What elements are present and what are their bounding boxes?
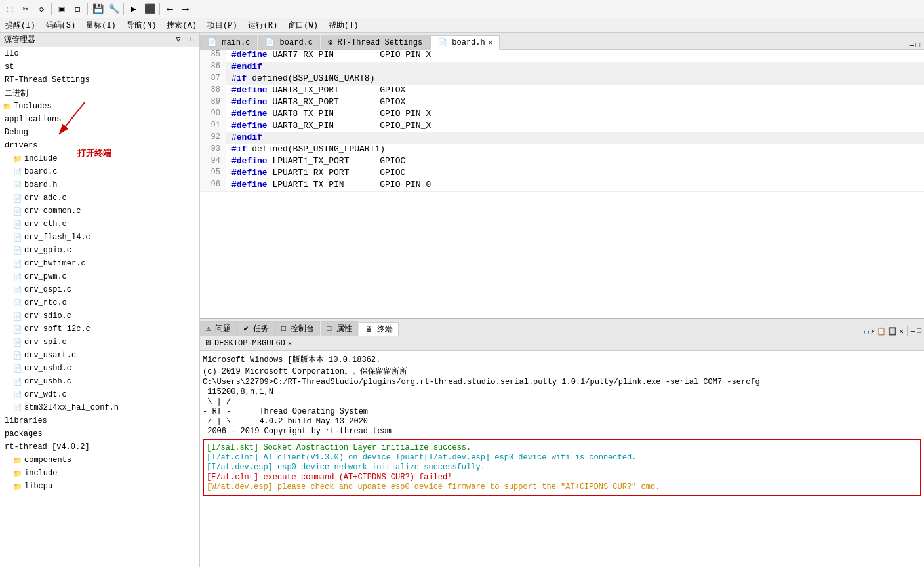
menu-item-6[interactable]: 运行(R) xyxy=(245,20,281,31)
sidebar-item-26[interactable]: 📄drv_wdt.c xyxy=(0,388,199,401)
code-line-94: 94#define LPUART1_TX_PORT GPIOC xyxy=(200,156,924,168)
tab-board-c[interactable]: 📄 board.c xyxy=(258,35,320,49)
menu-item-5[interactable]: 项目(P) xyxy=(205,20,240,31)
term-highlight-line-0: [I/sal.skt] Socket Abstraction Layer ini… xyxy=(207,443,917,452)
menu-item-2[interactable]: 量标(I) xyxy=(83,20,119,31)
panel-icon-4[interactable]: 🔲 xyxy=(888,327,897,336)
panel-minimize-icon[interactable]: — xyxy=(911,327,915,335)
sidebar-item-21[interactable]: 📄drv_soft_i2c.c xyxy=(0,323,199,336)
sidebar-item-2[interactable]: RT-Thread Settings xyxy=(0,73,199,87)
sidebar-item-3[interactable]: 二进制 xyxy=(0,87,199,100)
menu-item-8[interactable]: 帮助(T) xyxy=(326,20,361,31)
tab-rt-settings[interactable]: ⚙ RT-Thread Settings xyxy=(321,35,430,49)
panel-maximize-icon[interactable]: □ xyxy=(917,327,921,335)
line-content-96: #define LPUART1 TX PIN GPIO PIN 0 xyxy=(226,180,924,191)
sidebar-item-16[interactable]: 📄drv_hwtimer.c xyxy=(0,257,199,270)
sidebar-item-6[interactable]: Debug xyxy=(0,126,199,139)
sidebar-item-18[interactable]: 📄drv_qspi.c xyxy=(0,283,199,296)
panel-icon-1[interactable]: ⬚ xyxy=(864,327,869,336)
kw-define: #define xyxy=(231,85,268,95)
kw-endif: #endif xyxy=(231,62,262,71)
panel-tab-properties[interactable]: □ 属性 xyxy=(321,321,357,336)
kw-define: #define xyxy=(231,109,268,119)
menu-item-1[interactable]: 码码(S) xyxy=(43,20,79,31)
sidebar-item-28[interactable]: libraries xyxy=(0,414,199,427)
sidebar-item-9[interactable]: 📄board.c xyxy=(0,165,199,178)
sidebar-item-1[interactable]: st xyxy=(0,60,199,73)
sidebar-item-19[interactable]: 📄drv_rtc.c xyxy=(0,296,199,309)
tree-label-28: libraries xyxy=(5,416,47,425)
menu-item-4[interactable]: 搜索(A) xyxy=(164,20,199,31)
sidebar-item-5[interactable]: applications xyxy=(0,113,199,126)
toolbar-btn-save[interactable]: 💾 xyxy=(90,2,105,16)
editor-maximize-icon[interactable]: □ xyxy=(915,41,920,49)
sidebar-item-24[interactable]: 📄drv_usbd.c xyxy=(0,362,199,375)
term-highlight-line-4: [W/at.dev.esp] please check and update e… xyxy=(207,482,917,492)
sidebar-tree: llostRT-Thread Settings二进制📁Includesappli… xyxy=(0,47,199,567)
panel-tab-console[interactable]: □ 控制台 xyxy=(275,321,320,336)
sidebar-item-23[interactable]: 📄drv_usart.c xyxy=(0,349,199,362)
editor-minimize-icon[interactable]: — xyxy=(910,41,914,49)
sidebar-item-20[interactable]: 📄drv_sdio.c xyxy=(0,309,199,323)
terminal-area[interactable]: Microsoft Windows [版版本本 10.0.18362.(c) 2… xyxy=(200,351,924,567)
panel-icon-5[interactable]: ✕ xyxy=(899,327,904,336)
panel-tab-problems[interactable]: ⚠ 问题 xyxy=(200,321,237,336)
sidebar-item-30[interactable]: rt-thread [v4.0.2] xyxy=(0,440,199,454)
line-number-86: 86 xyxy=(200,62,226,73)
tab-board-h-close[interactable]: ✕ xyxy=(489,39,492,47)
panel-icon-3[interactable]: 📋 xyxy=(877,327,886,336)
line-content-94: #define LPUART1_TX_PORT GPIOC xyxy=(226,156,924,168)
toolbar-btn-4[interactable]: ▣ xyxy=(54,2,69,16)
sidebar-item-13[interactable]: 📄drv_eth.c xyxy=(0,218,199,231)
sidebar-item-31[interactable]: 📁components xyxy=(0,454,199,467)
sidebar-minimize-icon[interactable]: — xyxy=(184,35,188,45)
tab-board-h[interactable]: 📄 board.h ✕ xyxy=(430,35,500,50)
sidebar-item-33[interactable]: 📁libcpu xyxy=(0,480,199,493)
toolbar-btn-3[interactable]: ◇ xyxy=(34,2,49,16)
sidebar-item-25[interactable]: 📄drv_usbh.c xyxy=(0,375,199,388)
toolbar-btn-forward[interactable]: ⟶ xyxy=(178,2,193,16)
sidebar-collapse-icon[interactable]: ▽ xyxy=(176,35,180,45)
sidebar-item-12[interactable]: 📄drv_common.c xyxy=(0,205,199,218)
toolbar-btn-1[interactable]: ⬚ xyxy=(3,2,17,16)
sidebar-item-32[interactable]: 📁include xyxy=(0,467,199,480)
toolbar-btn-run[interactable]: ▶ xyxy=(127,2,141,16)
terminal-session-close[interactable]: ✕ xyxy=(288,340,292,347)
panel-tab-tasks[interactable]: ✔ 任务 xyxy=(237,321,274,336)
toolbar-btn-build[interactable]: 🔧 xyxy=(106,2,121,16)
menu-item-7[interactable]: 窗口(W) xyxy=(285,20,321,31)
terminal-session-tab[interactable]: 🖥 DESKTOP-M3GUL6D ✕ xyxy=(204,338,292,348)
sidebar-item-8[interactable]: 📁include xyxy=(0,152,199,165)
panel-icon-2[interactable]: ⚡ xyxy=(871,327,875,336)
toolbar-btn-stop[interactable]: ⬛ xyxy=(142,2,157,16)
menu-item-3[interactable]: 导航(N) xyxy=(124,20,159,31)
sidebar: 打开终端 源管理器 ▽ — □ llostRT-Thread Settings二… xyxy=(0,33,200,567)
code-area[interactable]: 85#define UART7_RX_PIN GPIO_PIN_X86#endi… xyxy=(200,50,924,318)
sidebar-item-14[interactable]: 📄drv_flash_l4.c xyxy=(0,231,199,244)
sidebar-item-11[interactable]: 📄drv_adc.c xyxy=(0,191,199,205)
tab-main-c[interactable]: 📄 main.c xyxy=(200,35,257,49)
panel-tabs: ⚠ 问题 ✔ 任务 □ 控制台 □ 属性 🖥 终端 ⬚ ⚡ 📋 🔲 ✕ — □ xyxy=(200,319,924,336)
sidebar-item-4[interactable]: 📁Includes xyxy=(0,100,199,113)
sidebar-item-15[interactable]: 📄drv_gpio.c xyxy=(0,244,199,257)
kw-if: #if xyxy=(231,73,247,83)
sidebar-item-0[interactable]: llo xyxy=(0,47,199,60)
term-line-3: C:\Users\22709>C:/RT-ThreadStudio/plugin… xyxy=(203,378,921,387)
toolbar-btn-2[interactable]: ✂ xyxy=(18,2,33,16)
tree-label-22: drv_spi.c xyxy=(24,338,67,347)
sidebar-item-10[interactable]: 📄board.h xyxy=(0,178,199,191)
toolbar-btn-back[interactable]: ⟵ xyxy=(163,2,177,16)
menu-item-0[interactable]: 提醒(I) xyxy=(3,20,38,31)
sidebar-item-29[interactable]: packages xyxy=(0,427,199,440)
term-line-6: \ | / xyxy=(203,397,921,406)
toolbar-btn-5[interactable]: ◻ xyxy=(70,2,85,16)
sidebar-item-27[interactable]: 📄stm32l4xx_hal_conf.h xyxy=(0,401,199,414)
tree-icon-9: 📄 xyxy=(13,168,22,176)
tree-label-18: drv_qspi.c xyxy=(24,285,71,294)
sidebar-maximize-icon[interactable]: □ xyxy=(191,35,195,45)
sidebar-item-22[interactable]: 📄drv_spi.c xyxy=(0,336,199,349)
tree-icon-15: 📄 xyxy=(13,246,22,255)
sidebar-item-7[interactable]: drivers xyxy=(0,139,199,152)
sidebar-item-17[interactable]: 📄drv_pwm.c xyxy=(0,270,199,283)
panel-tab-terminal[interactable]: 🖥 终端 xyxy=(359,322,399,336)
